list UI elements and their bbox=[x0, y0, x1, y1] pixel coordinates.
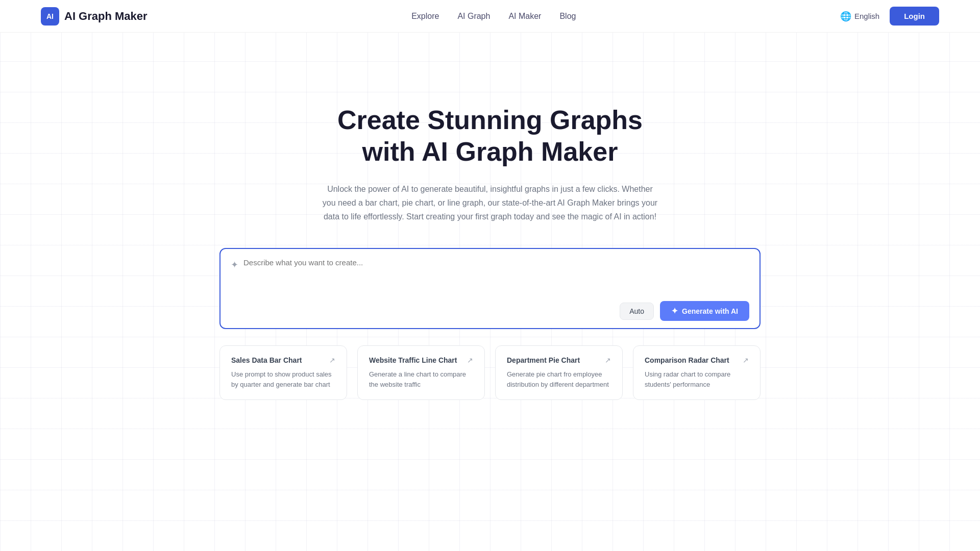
hero-title: Create Stunning Graphs with AI Graph Mak… bbox=[337, 104, 643, 168]
logo-icon: AI bbox=[41, 7, 59, 26]
card-department-pie[interactable]: Department Pie Chart ↗ Generate pie char… bbox=[495, 345, 623, 400]
hero-subtitle: Unlock the power of AI to generate beaut… bbox=[322, 182, 658, 224]
input-bottom-row: Auto ✦ Generate with AI bbox=[231, 301, 749, 321]
arrow-icon-traffic-line: ↗ bbox=[467, 356, 473, 364]
nav-links: Explore AI Graph AI Maker Blog bbox=[411, 12, 576, 21]
auto-button[interactable]: Auto bbox=[620, 303, 654, 320]
generate-button[interactable]: ✦ Generate with AI bbox=[660, 301, 749, 321]
arrow-icon-sales-bar: ↗ bbox=[329, 356, 335, 364]
logo-text: AI Graph Maker bbox=[64, 10, 148, 23]
login-button[interactable]: Login bbox=[890, 7, 939, 26]
language-label: English bbox=[854, 12, 879, 20]
globe-icon: 🌐 bbox=[840, 11, 851, 22]
input-row: ✦ bbox=[231, 258, 749, 270]
card-title-sales-bar: Sales Data Bar Chart bbox=[231, 356, 302, 364]
navbar: AI AI Graph Maker Explore AI Graph AI Ma… bbox=[0, 0, 980, 33]
generate-sparkle-icon: ✦ bbox=[671, 306, 678, 316]
nav-link-ai-maker[interactable]: AI Maker bbox=[508, 12, 541, 21]
card-title-department-pie: Department Pie Chart bbox=[507, 356, 580, 364]
cards-container: Sales Data Bar Chart ↗ Use prompt to sho… bbox=[219, 345, 761, 400]
nav-link-blog[interactable]: Blog bbox=[559, 12, 576, 21]
sparkle-icon: ✦ bbox=[231, 259, 238, 270]
card-header: Department Pie Chart ↗ bbox=[507, 356, 611, 364]
logo[interactable]: AI AI Graph Maker bbox=[41, 7, 148, 26]
arrow-icon-department-pie: ↗ bbox=[605, 356, 611, 364]
card-header: Sales Data Bar Chart ↗ bbox=[231, 356, 335, 364]
card-title-comparison-radar: Comparison Radar Chart bbox=[645, 356, 729, 364]
card-sales-bar[interactable]: Sales Data Bar Chart ↗ Use prompt to sho… bbox=[219, 345, 347, 400]
language-selector[interactable]: 🌐 English bbox=[840, 11, 879, 22]
prompt-input[interactable] bbox=[243, 258, 749, 267]
nav-link-ai-graph[interactable]: AI Graph bbox=[457, 12, 490, 21]
nav-right: 🌐 English Login bbox=[840, 7, 939, 26]
card-desc-department-pie: Generate pie chart fro employee distribu… bbox=[507, 369, 611, 389]
card-desc-traffic-line: Generate a line chart to compare the web… bbox=[369, 369, 473, 389]
main-content: Create Stunning Graphs with AI Graph Mak… bbox=[0, 33, 980, 400]
card-header: Website Traffic Line Chart ↗ bbox=[369, 356, 473, 364]
card-desc-comparison-radar: Using radar chart to compare students' p… bbox=[645, 369, 749, 389]
card-comparison-radar[interactable]: Comparison Radar Chart ↗ Using radar cha… bbox=[633, 345, 761, 400]
arrow-icon-comparison-radar: ↗ bbox=[743, 356, 749, 364]
card-desc-sales-bar: Use prompt to show product sales by quar… bbox=[231, 369, 335, 389]
card-title-traffic-line: Website Traffic Line Chart bbox=[369, 356, 457, 364]
card-traffic-line[interactable]: Website Traffic Line Chart ↗ Generate a … bbox=[357, 345, 485, 400]
input-container: ✦ Auto ✦ Generate with AI bbox=[219, 248, 761, 329]
card-header: Comparison Radar Chart ↗ bbox=[645, 356, 749, 364]
nav-link-explore[interactable]: Explore bbox=[411, 12, 439, 21]
